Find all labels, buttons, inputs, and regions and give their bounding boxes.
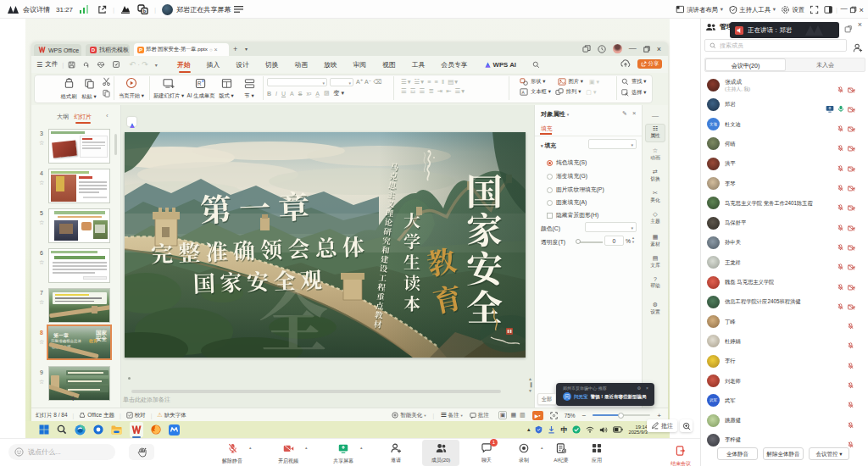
svg-text:A: A [522, 91, 526, 95]
svg-text:R: R [198, 80, 202, 86]
